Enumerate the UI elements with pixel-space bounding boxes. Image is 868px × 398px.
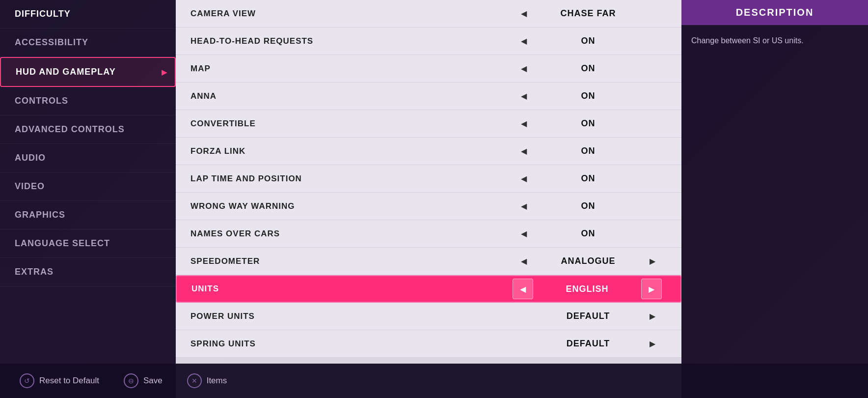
setting-row-lap-time[interactable]: LAP TIME AND POSITION◀ON xyxy=(176,165,681,193)
setting-value-camera-view: CHASE FAR xyxy=(534,8,642,19)
left-arrow-speedometer[interactable]: ◀ xyxy=(514,251,534,272)
bottom-action-save[interactable]: ⊖Save xyxy=(124,373,163,388)
settings-panel: CAMERA VIEW◀CHASE FARHEAD-TO-HEAD REQUES… xyxy=(176,0,681,398)
setting-name-speedometer: SPEEDOMETER xyxy=(176,256,495,266)
sidebar-item-audio[interactable]: AUDIO xyxy=(0,144,176,172)
items-icon: ✕ xyxy=(187,373,202,388)
setting-value-anna: ON xyxy=(534,91,642,101)
setting-value-map: ON xyxy=(534,63,642,74)
setting-value-head-to-head: ON xyxy=(534,36,642,46)
sidebar-item-video[interactable]: VIDEO xyxy=(0,172,176,201)
setting-controls-wrong-way: ◀ON xyxy=(495,196,681,217)
setting-row-spring-units[interactable]: SPRING UNITSDEFAULT▶ xyxy=(176,330,681,358)
setting-row-speedometer[interactable]: SPEEDOMETER◀ANALOGUE▶ xyxy=(176,248,681,275)
setting-name-camera-view: CAMERA VIEW xyxy=(176,9,495,19)
reset-label: Reset to Default xyxy=(39,376,99,386)
right-arrow-spring-units[interactable]: ▶ xyxy=(642,334,663,354)
setting-controls-anna: ◀ON xyxy=(495,86,681,107)
setting-name-anna: ANNA xyxy=(176,91,495,101)
setting-row-units[interactable]: UNITS◀ENGLISH▶ xyxy=(176,275,681,303)
bottom-action-items[interactable]: ✕Items xyxy=(187,373,227,388)
setting-controls-lap-time: ◀ON xyxy=(495,169,681,189)
description-panel: DESCRIPTION Change between SI or US unit… xyxy=(681,0,868,398)
left-arrow-camera-view[interactable]: ◀ xyxy=(514,3,534,24)
left-arrow-units[interactable]: ◀ xyxy=(513,279,533,299)
setting-controls-forza-link: ◀ON xyxy=(495,141,681,162)
reset-icon: ↺ xyxy=(20,373,34,388)
sidebar-item-extras[interactable]: EXTRAS xyxy=(0,258,176,286)
right-arrow-speedometer[interactable]: ▶ xyxy=(642,251,663,272)
setting-controls-map: ◀ON xyxy=(495,58,681,79)
left-arrow-head-to-head[interactable]: ◀ xyxy=(514,31,534,52)
left-arrow-map[interactable]: ◀ xyxy=(514,58,534,79)
left-arrow-convertible[interactable]: ◀ xyxy=(514,114,534,134)
setting-name-forza-link: FORZA LINK xyxy=(176,146,495,156)
setting-controls-convertible: ◀ON xyxy=(495,114,681,134)
setting-name-map: MAP xyxy=(176,64,495,74)
setting-row-head-to-head[interactable]: HEAD-TO-HEAD REQUESTS◀ON xyxy=(176,28,681,55)
setting-value-names-over-cars: ON xyxy=(534,228,642,239)
sidebar-item-advanced-controls[interactable]: ADVANCED CONTROLS xyxy=(0,115,176,144)
setting-row-names-over-cars[interactable]: NAMES OVER CARS◀ON xyxy=(176,220,681,248)
setting-name-convertible: CONVERTIBLE xyxy=(176,119,495,129)
bottom-action-reset[interactable]: ↺Reset to Default xyxy=(20,373,99,388)
setting-name-spring-units: SPRING UNITS xyxy=(176,339,495,349)
save-label: Save xyxy=(143,376,163,386)
setting-name-power-units: POWER UNITS xyxy=(176,312,495,321)
setting-name-head-to-head: HEAD-TO-HEAD REQUESTS xyxy=(176,36,495,46)
setting-value-power-units: DEFAULT xyxy=(534,311,642,321)
right-arrow-units[interactable]: ▶ xyxy=(641,279,662,299)
right-arrow-power-units[interactable]: ▶ xyxy=(642,306,663,327)
sidebar-item-hud-and-gameplay[interactable]: HUD AND GAMEPLAY xyxy=(0,57,176,87)
left-arrow-anna[interactable]: ◀ xyxy=(514,86,534,107)
setting-controls-names-over-cars: ◀ON xyxy=(495,224,681,244)
setting-row-power-units[interactable]: POWER UNITSDEFAULT▶ xyxy=(176,303,681,330)
save-icon: ⊖ xyxy=(124,373,138,388)
setting-value-forza-link: ON xyxy=(534,146,642,156)
setting-row-forza-link[interactable]: FORZA LINK◀ON xyxy=(176,138,681,165)
left-arrow-lap-time[interactable]: ◀ xyxy=(514,169,534,189)
setting-row-wrong-way[interactable]: WRONG WAY WARNING◀ON xyxy=(176,193,681,220)
description-header: DESCRIPTION xyxy=(681,0,868,25)
sidebar-item-difficulty[interactable]: DIFFICULTY xyxy=(0,0,176,28)
left-arrow-wrong-way[interactable]: ◀ xyxy=(514,196,534,217)
setting-row-convertible[interactable]: CONVERTIBLE◀ON xyxy=(176,110,681,138)
setting-controls-speedometer: ◀ANALOGUE▶ xyxy=(495,251,681,272)
settings-list: CAMERA VIEW◀CHASE FARHEAD-TO-HEAD REQUES… xyxy=(176,0,681,358)
sidebar-item-accessibility[interactable]: ACCESSIBILITY xyxy=(0,28,176,57)
setting-value-convertible: ON xyxy=(534,118,642,129)
items-label: Items xyxy=(207,376,227,386)
sidebar-item-language-select[interactable]: LANGUAGE SELECT xyxy=(0,229,176,258)
sidebar-item-controls[interactable]: CONTROLS xyxy=(0,87,176,115)
left-arrow-names-over-cars[interactable]: ◀ xyxy=(514,224,534,244)
setting-row-camera-view[interactable]: CAMERA VIEW◀CHASE FAR xyxy=(176,0,681,28)
setting-value-wrong-way: ON xyxy=(534,201,642,211)
bottom-bar: ↺Reset to Default⊖Save✕Items xyxy=(0,364,868,398)
setting-name-units: UNITS xyxy=(177,284,494,294)
setting-name-wrong-way: WRONG WAY WARNING xyxy=(176,201,495,211)
setting-row-anna[interactable]: ANNA◀ON xyxy=(176,83,681,110)
setting-controls-head-to-head: ◀ON xyxy=(495,31,681,52)
setting-value-speedometer: ANALOGUE xyxy=(534,256,642,266)
setting-value-spring-units: DEFAULT xyxy=(534,339,642,349)
sidebar: DIFFICULTYACCESSIBILITYHUD AND GAMEPLAYC… xyxy=(0,0,176,398)
sidebar-item-graphics[interactable]: GRAPHICS xyxy=(0,201,176,229)
setting-row-map[interactable]: MAP◀ON xyxy=(176,55,681,83)
description-content: Change between SI or US units. xyxy=(681,25,868,57)
setting-controls-power-units: DEFAULT▶ xyxy=(495,306,681,327)
description-title: DESCRIPTION xyxy=(736,7,814,18)
left-arrow-forza-link[interactable]: ◀ xyxy=(514,141,534,162)
content-area: CAMERA VIEW◀CHASE FARHEAD-TO-HEAD REQUES… xyxy=(176,0,681,398)
setting-name-lap-time: LAP TIME AND POSITION xyxy=(176,174,495,184)
setting-name-names-over-cars: NAMES OVER CARS xyxy=(176,229,495,239)
main-container: DIFFICULTYACCESSIBILITYHUD AND GAMEPLAYC… xyxy=(0,0,868,398)
setting-controls-spring-units: DEFAULT▶ xyxy=(495,334,681,354)
setting-controls-camera-view: ◀CHASE FAR xyxy=(495,3,681,24)
setting-controls-units: ◀ENGLISH▶ xyxy=(494,279,680,299)
setting-value-units: ENGLISH xyxy=(533,284,641,294)
setting-value-lap-time: ON xyxy=(534,173,642,184)
